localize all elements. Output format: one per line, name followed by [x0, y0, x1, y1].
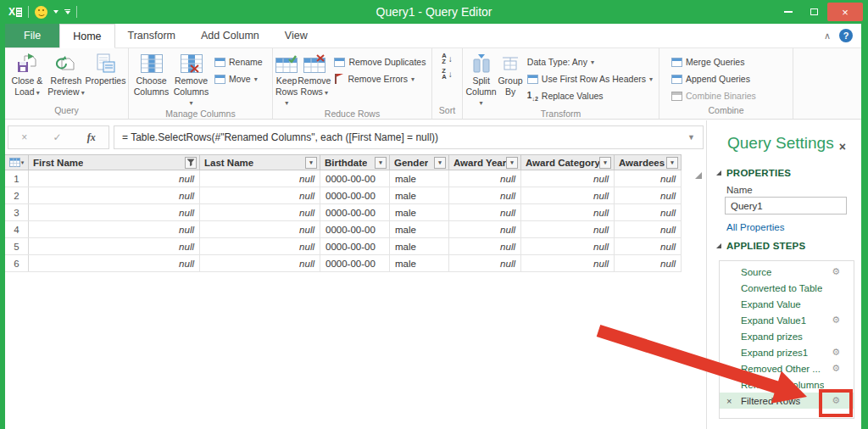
cell[interactable]: male [390, 170, 449, 187]
cell[interactable]: male [390, 221, 449, 237]
cell[interactable]: null [29, 238, 200, 254]
cell[interactable]: 0000-00-00 [320, 255, 390, 271]
query-name-input[interactable]: Query1 [725, 197, 847, 214]
cell[interactable]: null [615, 255, 682, 271]
column-header-first-name[interactable]: First Name [29, 155, 200, 170]
applied-step-converted-to-table[interactable]: Converted to Table [720, 280, 854, 296]
cell[interactable]: null [615, 238, 682, 254]
cell[interactable]: null [449, 221, 521, 237]
cancel-formula-icon[interactable]: × [21, 131, 27, 143]
row-number[interactable]: 3 [5, 204, 29, 220]
remove-columns-button[interactable]: RemoveColumns ▾ [171, 51, 211, 108]
applied-step-expand-value1[interactable]: Expand Value1⚙ [720, 312, 854, 328]
rename-button[interactable]: Rename [211, 53, 266, 70]
cell[interactable]: 0000-00-00 [320, 238, 390, 254]
sort-descending-button[interactable]: ZA↓ [438, 66, 455, 81]
close-button[interactable]: × [827, 3, 863, 21]
cell[interactable]: null [449, 170, 521, 187]
row-number[interactable]: 5 [5, 238, 29, 254]
maximize-button[interactable] [802, 3, 826, 21]
cell[interactable]: null [615, 221, 682, 237]
cell[interactable]: null [615, 187, 682, 203]
column-header-last-name[interactable]: Last Name▾ [200, 155, 320, 170]
formula-expand-icon[interactable]: ▼ [687, 133, 695, 142]
cell[interactable]: null [615, 170, 682, 187]
cell[interactable]: null [521, 187, 615, 203]
table-menu-dropdown-icon[interactable]: ▾ [21, 159, 25, 166]
formula-input[interactable]: = Table.SelectRows(#"Renamed Columns", e… [114, 125, 704, 149]
cell[interactable]: null [200, 255, 320, 271]
remove-errors-button[interactable]: Remove Errors▾ [331, 70, 429, 87]
cell[interactable]: 0000-00-00 [320, 187, 390, 203]
properties-section-header[interactable]: PROPERTIES [716, 168, 791, 178]
applied-step-expand-value[interactable]: Expand Value [720, 296, 854, 312]
help-icon[interactable]: ? [839, 29, 853, 42]
cell[interactable]: 0000-00-00 [320, 204, 390, 220]
remove-rows-button[interactable]: RemoveRows ▾ [298, 51, 331, 97]
cell[interactable]: male [390, 187, 449, 203]
gear-icon[interactable]: ⚙ [832, 348, 840, 357]
column-dropdown-icon[interactable]: ▾ [599, 157, 611, 169]
sort-ascending-button[interactable]: AZ↓ [438, 51, 455, 66]
gear-icon[interactable]: ⚙ [832, 267, 840, 276]
cell[interactable]: male [390, 255, 449, 271]
choose-columns-button[interactable]: ChooseColumns [131, 51, 171, 97]
smiley-feedback-icon[interactable] [35, 6, 47, 19]
row-number[interactable]: 1 [5, 170, 29, 187]
tab-view[interactable]: View [272, 24, 320, 47]
accept-formula-icon[interactable]: ✓ [53, 131, 61, 143]
cell[interactable]: 0000-00-00 [320, 170, 390, 187]
column-dropdown-icon[interactable]: ▾ [666, 157, 678, 169]
cell[interactable]: male [390, 238, 449, 254]
gear-icon[interactable]: ⚙ [832, 364, 840, 373]
column-header-gender[interactable]: Gender▾ [390, 155, 449, 170]
applied-step-expand-prizes[interactable]: Expand prizes [720, 328, 854, 344]
cell[interactable]: null [449, 187, 521, 203]
remove-duplicates-button[interactable]: Remove Duplicates [331, 53, 429, 70]
cell[interactable]: null [521, 204, 615, 220]
column-header-awardees[interactable]: Awardees▾ [615, 155, 682, 170]
column-dropdown-icon[interactable]: ▾ [305, 157, 317, 169]
applied-step-removed-other[interactable]: Removed Other ...⚙ [720, 360, 854, 376]
cell[interactable]: null [521, 238, 615, 254]
cell[interactable]: null [521, 221, 615, 237]
column-dropdown-icon[interactable]: ▾ [434, 157, 446, 169]
cell[interactable]: null [615, 204, 682, 220]
column-dropdown-icon[interactable]: ▾ [506, 157, 518, 169]
tab-transform[interactable]: Transform [115, 24, 189, 47]
gear-icon[interactable]: ⚙ [832, 315, 840, 325]
column-header-award-year[interactable]: Award Year▾ [449, 155, 521, 170]
refresh-preview-button[interactable]: RefreshPreview ▾ [47, 51, 86, 97]
cell[interactable]: null [449, 238, 521, 254]
applied-step-expand-prizes1[interactable]: Expand prizes1⚙ [720, 344, 854, 360]
close-and-load-button[interactable]: Close &Load ▾ [8, 51, 47, 97]
cell[interactable]: null [200, 238, 320, 254]
panel-close-icon[interactable]: × [839, 140, 846, 153]
group-by-button[interactable]: GroupBy [497, 51, 524, 97]
tab-file[interactable]: File [5, 24, 59, 47]
cell[interactable]: null [521, 170, 615, 187]
cell[interactable]: null [200, 187, 320, 203]
row-number[interactable]: 6 [5, 255, 29, 271]
cell[interactable]: null [29, 221, 200, 237]
cell[interactable]: null [29, 255, 200, 271]
cell[interactable]: null [449, 204, 521, 220]
row-number[interactable]: 4 [5, 221, 29, 237]
cell[interactable]: 0000-00-00 [320, 221, 390, 237]
data-type-button[interactable]: Data Type: Any▾ [524, 53, 656, 70]
tab-home[interactable]: Home [59, 24, 114, 48]
all-properties-link[interactable]: All Properties [726, 222, 784, 232]
table-corner-button[interactable]: ▾ [5, 155, 29, 170]
split-column-button[interactable]: SplitColumn ▾ [465, 51, 497, 108]
cell[interactable]: null [200, 221, 320, 237]
use-first-row-as-headers-button[interactable]: Use First Row As Headers▾ [524, 70, 656, 87]
replace-values-button[interactable]: 1↓2Replace Values [524, 87, 656, 104]
cell[interactable]: male [390, 204, 449, 220]
column-header-award-category[interactable]: Award Category▾ [521, 155, 615, 170]
delete-step-icon[interactable]: × [726, 396, 732, 406]
cell[interactable]: null [29, 204, 200, 220]
cell[interactable]: null [200, 170, 320, 187]
applied-steps-section-header[interactable]: APPLIED STEPS [716, 241, 805, 251]
cell[interactable]: null [29, 187, 200, 203]
column-header-birthdate[interactable]: Birthdate▾ [320, 155, 390, 170]
